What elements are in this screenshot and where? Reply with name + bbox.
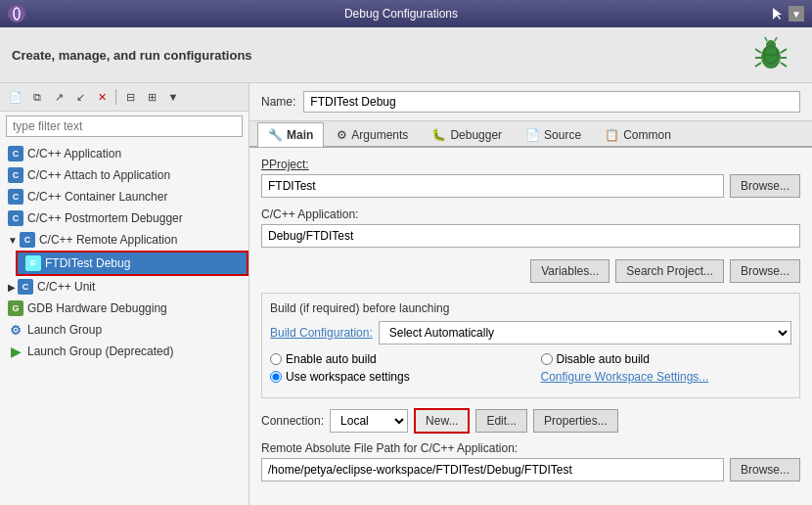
properties-btn[interactable]: Properties... bbox=[533, 409, 618, 433]
edit-connection-btn[interactable]: Edit... bbox=[475, 409, 527, 433]
tree-list: C C/C++ Application C C/C++ Attach to Ap… bbox=[0, 141, 248, 505]
menu-btn[interactable]: ▼ bbox=[163, 87, 183, 107]
launch-dep-icon: ▶ bbox=[8, 344, 23, 359]
search-project-btn[interactable]: Search Project... bbox=[615, 259, 724, 283]
svg-line-11 bbox=[765, 37, 767, 41]
enable-auto-build-label: Enable auto build bbox=[286, 352, 377, 366]
duplicate-btn[interactable]: ⧉ bbox=[27, 87, 47, 107]
item-label: C/C++ Application bbox=[27, 147, 121, 161]
list-item-selected[interactable]: F FTDITest Debug bbox=[16, 251, 248, 276]
svg-point-0 bbox=[11, 8, 23, 20]
list-item[interactable]: C C/C++ Postmortem Debugger bbox=[0, 207, 248, 229]
configure-workspace-link[interactable]: Configure Workspace Settings... bbox=[541, 370, 709, 384]
debugger-tab-icon: 🐛 bbox=[431, 128, 446, 142]
item-label: FTDITest Debug bbox=[45, 256, 130, 270]
app-label: C/C++ Application: bbox=[261, 207, 800, 221]
arguments-tab-icon: ⚙ bbox=[337, 128, 347, 142]
disable-auto-build-label: Disable auto build bbox=[557, 352, 650, 366]
build-section: Build (if required) before launching Bui… bbox=[261, 293, 800, 398]
disable-auto-build-radio[interactable] bbox=[541, 353, 553, 365]
delete-btn[interactable]: ✕ bbox=[92, 87, 112, 107]
variables-btn[interactable]: Variables... bbox=[530, 259, 609, 283]
list-item[interactable]: G GDB Hardware Debugging bbox=[0, 298, 248, 319]
svg-line-5 bbox=[755, 49, 761, 53]
filter-input[interactable] bbox=[6, 115, 243, 137]
right-panel: Name: 🔧 Main ⚙ Arguments 🐛 Debugger bbox=[249, 83, 812, 505]
tab-source[interactable]: 📄 Source bbox=[515, 122, 592, 147]
app-btn-row: Variables... Search Project... Browse... bbox=[261, 259, 800, 283]
enable-auto-build-radio[interactable] bbox=[270, 353, 282, 365]
item-label: Launch Group bbox=[27, 323, 102, 337]
collapse-btn[interactable]: ⊟ bbox=[120, 87, 140, 107]
new-config-btn[interactable]: 📄 bbox=[6, 87, 25, 107]
tab-source-label: Source bbox=[544, 128, 581, 142]
list-item[interactable]: C C/C++ Application bbox=[0, 143, 248, 164]
app-input[interactable] bbox=[261, 224, 800, 248]
project-input[interactable] bbox=[261, 174, 724, 198]
remote-path-input[interactable] bbox=[261, 458, 724, 482]
new-connection-btn[interactable]: New... bbox=[414, 408, 470, 434]
connection-label: Connection: bbox=[261, 414, 324, 428]
svg-line-8 bbox=[781, 49, 787, 53]
panel-content: PProject: Browse... C/C++ Application: V… bbox=[249, 148, 812, 505]
dropdown-btn[interactable]: ▼ bbox=[789, 6, 804, 22]
item-label: Launch Group (Deprecated) bbox=[27, 344, 173, 358]
build-section-title: Build (if required) before launching bbox=[270, 301, 791, 315]
expand-arrow: ▶ bbox=[8, 282, 16, 293]
item-label: C/C++ Attach to Application bbox=[27, 168, 170, 182]
expand-arrow: ▼ bbox=[8, 235, 18, 246]
title-bar-title: Debug Configurations bbox=[33, 7, 769, 21]
build-config-label[interactable]: Build Configuration: bbox=[270, 326, 373, 340]
workspace-settings-label: Use workspace settings bbox=[286, 370, 410, 384]
name-row: Name: bbox=[249, 83, 812, 121]
list-item[interactable]: C C/C++ Container Launcher bbox=[0, 186, 248, 207]
remote-path-row: Browse... bbox=[261, 458, 800, 482]
tab-debugger-label: Debugger bbox=[450, 128, 502, 142]
launch-icon: ⚙ bbox=[8, 322, 23, 338]
svg-point-4 bbox=[766, 40, 776, 50]
c-icon: C bbox=[8, 146, 23, 161]
c-icon: C bbox=[8, 210, 23, 226]
list-item[interactable]: ▶ C C/C++ Unit bbox=[0, 276, 248, 298]
browse-app-btn[interactable]: Browse... bbox=[730, 259, 800, 283]
header-bar: Create, manage, and run configurations bbox=[0, 27, 812, 83]
item-label: C/C++ Postmortem Debugger bbox=[27, 211, 183, 225]
workspace-settings-item: Use workspace settings bbox=[270, 370, 521, 384]
name-input[interactable] bbox=[303, 91, 800, 113]
list-item[interactable]: ▼ C C/C++ Remote Application bbox=[0, 229, 248, 251]
enable-auto-build-item: Enable auto build bbox=[270, 352, 521, 366]
browse-remote-btn[interactable]: Browse... bbox=[730, 458, 800, 482]
workspace-settings-radio[interactable] bbox=[270, 371, 282, 383]
connection-select[interactable]: Local bbox=[330, 409, 408, 433]
tab-main-label: Main bbox=[287, 128, 313, 142]
svg-marker-2 bbox=[773, 8, 782, 20]
left-panel: 📄 ⧉ ↗ ↙ ✕ ⊟ ⊞ ▼ C C/C++ Application C bbox=[0, 83, 249, 505]
list-item[interactable]: C C/C++ Attach to Application bbox=[0, 164, 248, 186]
svg-line-7 bbox=[755, 63, 761, 67]
import-btn[interactable]: ↙ bbox=[70, 87, 90, 107]
app-group: C/C++ Application: Variables... Search P… bbox=[261, 207, 800, 283]
item-label: C/C++ Container Launcher bbox=[27, 190, 167, 204]
eclipse-icon bbox=[8, 5, 25, 23]
project-row: Browse... bbox=[261, 174, 800, 198]
export-btn[interactable]: ↗ bbox=[49, 87, 68, 107]
browse-project-btn[interactable]: Browse... bbox=[730, 174, 800, 198]
c-icon: C bbox=[8, 189, 23, 205]
tab-arguments[interactable]: ⚙ Arguments bbox=[326, 122, 419, 147]
build-config-select[interactable]: Select Automatically bbox=[379, 321, 791, 344]
f-icon: F bbox=[25, 255, 41, 271]
main-container: Create, manage, and run configurations bbox=[0, 27, 812, 505]
item-label: GDB Hardware Debugging bbox=[27, 301, 167, 315]
separator bbox=[115, 89, 116, 105]
project-label: PProject: bbox=[261, 158, 800, 171]
g-icon: G bbox=[8, 300, 23, 316]
tab-main[interactable]: 🔧 Main bbox=[257, 122, 324, 147]
tab-debugger[interactable]: 🐛 Debugger bbox=[421, 122, 513, 147]
common-tab-icon: 📋 bbox=[605, 128, 619, 142]
list-item[interactable]: ⚙ Launch Group bbox=[0, 319, 248, 341]
list-item[interactable]: ▶ Launch Group (Deprecated) bbox=[0, 341, 248, 362]
c-icon: C bbox=[8, 167, 23, 183]
tab-common[interactable]: 📋 Common bbox=[594, 122, 682, 147]
expand-btn[interactable]: ⊞ bbox=[142, 87, 161, 107]
bug-decoration bbox=[751, 35, 800, 74]
